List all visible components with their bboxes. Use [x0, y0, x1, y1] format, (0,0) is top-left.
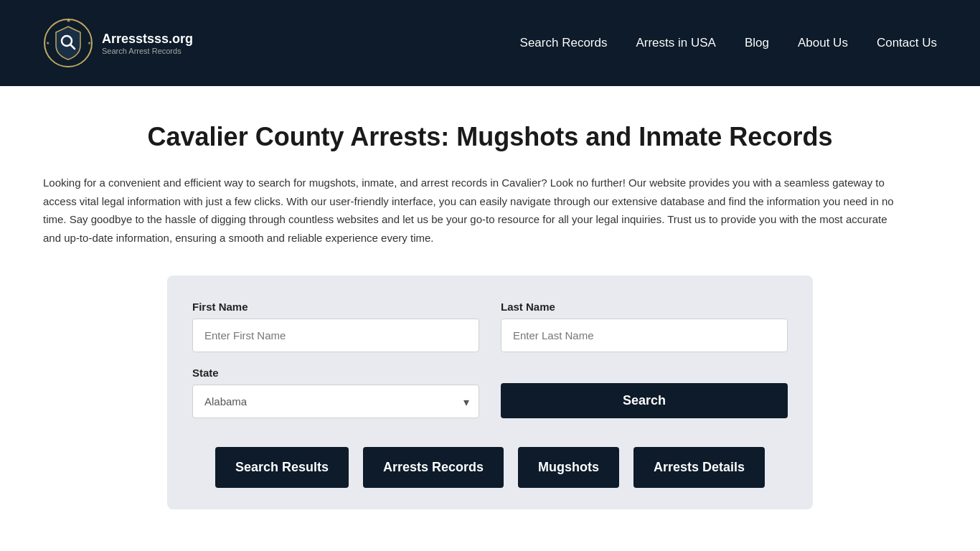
state-group: State AlabamaAlaskaArizonaArkansasCalifo…	[192, 367, 479, 418]
svg-text:★: ★	[88, 41, 91, 45]
search-results-button[interactable]: Search Results	[215, 447, 349, 488]
state-select-wrapper: AlabamaAlaskaArizonaArkansasCaliforniaCo…	[192, 385, 479, 418]
main-nav: Search Records Arrests in USA Blog About…	[520, 36, 937, 50]
mugshots-button[interactable]: Mugshots	[518, 447, 619, 488]
first-name-label: First Name	[192, 301, 479, 313]
state-search-row: State AlabamaAlaskaArizonaArkansasCalifo…	[192, 367, 788, 418]
logo-subtitle: Search Arrest Records	[102, 47, 193, 55]
logo-area: ★ ★ ★ Arresstsss.org Search Arrest Recor…	[43, 18, 193, 68]
last-name-label: Last Name	[501, 301, 788, 313]
logo-title: Arresstsss.org	[102, 32, 193, 47]
state-label: State	[192, 367, 479, 379]
arrests-details-button[interactable]: Arrests Details	[633, 447, 765, 488]
nav-about-us[interactable]: About Us	[798, 36, 848, 50]
nav-contact-us[interactable]: Contact Us	[877, 36, 937, 50]
logo-icon: ★ ★ ★	[43, 18, 93, 68]
arrests-records-button[interactable]: Arrests Records	[363, 447, 504, 488]
search-button[interactable]: Search	[501, 383, 788, 418]
svg-text:★: ★	[66, 18, 71, 24]
nav-blog[interactable]: Blog	[745, 36, 769, 50]
logo-text: Arresstsss.org Search Arrest Records	[102, 32, 193, 55]
first-name-input[interactable]	[192, 319, 479, 352]
svg-text:★: ★	[46, 41, 50, 45]
nav-search-records[interactable]: Search Records	[520, 36, 608, 50]
name-fields-row: First Name Last Name	[192, 301, 788, 352]
page-title: Cavalier County Arrests: Mugshots and In…	[43, 122, 937, 152]
search-card: First Name Last Name State AlabamaAlaska…	[167, 276, 813, 509]
first-name-group: First Name	[192, 301, 479, 352]
search-btn-group: Search	[501, 383, 788, 418]
last-name-group: Last Name	[501, 301, 788, 352]
header: ★ ★ ★ Arresstsss.org Search Arrest Recor…	[0, 0, 980, 86]
nav-arrests-in-usa[interactable]: Arrests in USA	[636, 36, 715, 50]
bottom-buttons-row: Search Results Arrests Records Mugshots …	[192, 447, 788, 488]
main-content: Cavalier County Arrests: Mugshots and In…	[0, 86, 980, 551]
description-text: Looking for a convenient and efficient w…	[43, 174, 904, 247]
last-name-input[interactable]	[501, 319, 788, 352]
state-select[interactable]: AlabamaAlaskaArizonaArkansasCaliforniaCo…	[192, 385, 479, 418]
